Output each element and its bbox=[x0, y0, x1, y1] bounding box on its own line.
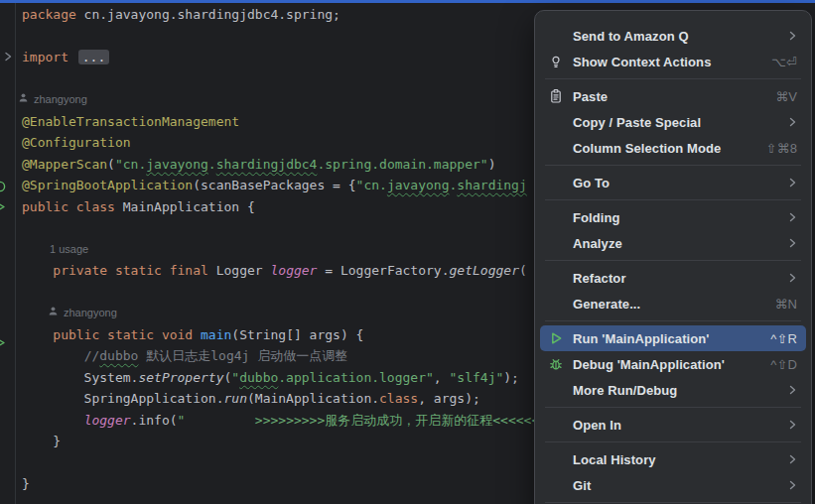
menu-item-column-selection-mode[interactable]: Column Selection Mode⇧⌘8 bbox=[540, 135, 806, 161]
icon-spacer bbox=[547, 175, 565, 190]
menu-item-label: Local History bbox=[573, 452, 780, 467]
lightbulb-icon bbox=[547, 54, 565, 69]
author-icon bbox=[48, 303, 59, 324]
menu-item-open-in[interactable]: Open In bbox=[540, 412, 806, 438]
menu-separator bbox=[545, 502, 801, 503]
menu-item-refactor[interactable]: Refactor bbox=[540, 265, 806, 291]
menu-item-more-run-debug[interactable]: More Run/Debug bbox=[540, 377, 806, 403]
code-token: ) bbox=[488, 157, 496, 172]
code-token: ( bbox=[107, 157, 115, 172]
icon-spacer bbox=[547, 209, 565, 225]
code-token bbox=[193, 327, 201, 342]
code-token: ... bbox=[78, 50, 109, 64]
code-token: SpringApplication. bbox=[22, 391, 224, 406]
code-token: setProperty bbox=[138, 370, 223, 385]
clipboard-icon bbox=[547, 88, 565, 104]
menu-item-label: Debug 'MainApplication' bbox=[573, 357, 762, 372]
code-token: // bbox=[84, 348, 100, 363]
author-icon bbox=[18, 89, 29, 111]
code-token: dubbo bbox=[239, 370, 278, 385]
menu-item-label: Run 'MainApplication' bbox=[573, 331, 762, 346]
inlay-text: zhangyong bbox=[64, 303, 117, 324]
menu-item-generate[interactable]: Generate...⌘N bbox=[540, 291, 806, 316]
menu-item-label: Column Selection Mode bbox=[573, 141, 758, 156]
submenu-arrow-icon bbox=[788, 384, 797, 396]
icon-spacer bbox=[547, 417, 565, 433]
code-token: cn.javayong.shardingjdbc4.spring; bbox=[76, 7, 340, 22]
menu-item-analyze[interactable]: Analyze bbox=[540, 230, 806, 256]
code-token: ); bbox=[503, 370, 519, 385]
code-token: shardingjdbc4 bbox=[216, 157, 318, 172]
icon-spacer bbox=[547, 28, 565, 44]
run-class-icon[interactable] bbox=[0, 179, 6, 196]
code-token: (String[] args) { bbox=[231, 327, 363, 342]
menu-item-go-to[interactable]: Go To bbox=[540, 170, 806, 195]
menu-item-git[interactable]: Git bbox=[540, 472, 806, 498]
menu-item-label: Paste bbox=[573, 89, 767, 104]
menu-item-local-history[interactable]: Local History bbox=[540, 446, 806, 472]
code-token: logger bbox=[270, 263, 317, 278]
run-icon bbox=[547, 330, 565, 346]
menu-item-debug-mainapplication[interactable]: Debug 'MainApplication'^⇧D bbox=[540, 351, 806, 377]
menu-separator bbox=[545, 407, 801, 408]
code-token: package bbox=[22, 7, 76, 22]
submenu-arrow-icon bbox=[788, 237, 797, 249]
code-token: .spring.domain.mapper" bbox=[317, 157, 487, 172]
menu-item-label: Git bbox=[573, 478, 780, 493]
menu-item-label: Refactor bbox=[573, 271, 780, 286]
icon-spacer bbox=[547, 114, 565, 130]
code-token: private static final bbox=[53, 263, 208, 278]
menu-item-shortcut: ⇧⌘8 bbox=[766, 141, 797, 156]
code-token: @EnableTransactionManagement bbox=[22, 114, 239, 129]
run-arrow-icon[interactable] bbox=[0, 197, 5, 215]
code-token: @MapperScan bbox=[22, 157, 107, 172]
menu-item-copy-paste-special[interactable]: Copy / Paste Special bbox=[540, 109, 806, 135]
code-token: import bbox=[22, 50, 68, 64]
menu-item-shortcut: ^⇧R bbox=[770, 331, 797, 346]
menu-item-run-mainapplication[interactable]: Run 'MainApplication'^⇧R bbox=[540, 325, 806, 351]
code-token: , bbox=[434, 370, 450, 385]
menu-item-label: Copy / Paste Special bbox=[573, 115, 780, 130]
code-token: = LoggerFactory. bbox=[317, 263, 449, 278]
code-token bbox=[22, 327, 53, 342]
icon-spacer bbox=[547, 382, 565, 398]
code-token: .application.logger" bbox=[278, 370, 434, 385]
code-token: getLogger bbox=[450, 263, 519, 278]
submenu-arrow-icon bbox=[788, 272, 797, 284]
code-token: run bbox=[224, 391, 247, 406]
editor-context-menu: Send to Amazon QShow Context Actions⌥⏎Pa… bbox=[534, 10, 812, 504]
menu-separator bbox=[545, 441, 801, 442]
submenu-arrow-icon bbox=[788, 211, 797, 223]
menu-item-label: Analyze bbox=[573, 236, 780, 251]
menu-separator bbox=[545, 320, 801, 321]
code-token: public class bbox=[22, 199, 115, 214]
menu-item-show-context-actions[interactable]: Show Context Actions⌥⏎ bbox=[540, 49, 806, 74]
menu-item-label: More Run/Debug bbox=[573, 383, 780, 398]
code-token: 默认日志走log4j 启动做一点调整 bbox=[138, 348, 347, 363]
submenu-arrow-icon bbox=[788, 453, 797, 465]
run-arrow-icon[interactable] bbox=[0, 333, 5, 351]
code-token: main bbox=[201, 327, 231, 342]
submenu-arrow-icon bbox=[788, 30, 797, 42]
menu-item-folding[interactable]: Folding bbox=[540, 204, 806, 230]
code-token: shardingj bbox=[457, 178, 526, 192]
code-token: "cn. bbox=[356, 178, 387, 192]
code-token: MainApplication { bbox=[115, 199, 255, 214]
code-token: javayong bbox=[387, 178, 450, 192]
code-token: . bbox=[208, 157, 216, 172]
inlay-text: zhangyong bbox=[34, 89, 87, 111]
menu-item-label: Go To bbox=[573, 176, 780, 190]
icon-spacer bbox=[547, 477, 565, 493]
icon-spacer bbox=[547, 296, 565, 312]
debug-icon bbox=[547, 356, 565, 372]
code-token: (MainApplication. bbox=[247, 391, 379, 406]
code-token: ( bbox=[519, 263, 527, 278]
menu-separator bbox=[545, 260, 801, 261]
code-token: Logger bbox=[208, 263, 271, 278]
code-token: "cn. bbox=[115, 157, 146, 172]
menu-item-paste[interactable]: Paste⌘V bbox=[540, 83, 806, 109]
code-token: (scanBasePackages = { bbox=[193, 178, 355, 192]
menu-item-send-to-amazon-q[interactable]: Send to Amazon Q bbox=[540, 23, 806, 49]
code-token: " >>>>>>>>>服务启动成功，开启新的征程<<<<<<< bbox=[178, 413, 548, 428]
code-token: logger bbox=[84, 413, 131, 428]
